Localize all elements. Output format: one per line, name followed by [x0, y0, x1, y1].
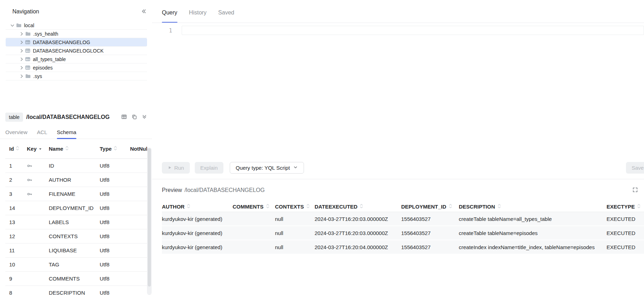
sort-icon: [65, 146, 69, 152]
tab-query[interactable]: Query: [162, 9, 177, 23]
cell-dateexecuted: 2024-03-27T16:20:03.000000Z: [315, 230, 401, 236]
column-header-name[interactable]: Name: [49, 146, 100, 152]
table-row: 13 LABELS Utf8: [5, 215, 147, 229]
collapse-panel-button[interactable]: [141, 8, 147, 15]
object-header: table /local/DATABASECHANGELOG: [0, 110, 152, 124]
column-label: EXECTYPE: [607, 204, 635, 210]
table-icon: [25, 65, 30, 70]
column-header-exectype[interactable]: EXECTYPE: [607, 204, 644, 210]
cell-type: Utf8: [100, 219, 130, 225]
tree-item-label: local: [24, 23, 34, 28]
cell-author: kurdyukov-kir (generated): [162, 216, 233, 222]
cell-type: Utf8: [100, 290, 130, 295]
cell-dateexecuted: 2024-03-27T16:20:03.000000Z: [315, 216, 401, 222]
sort-icon: [449, 204, 452, 210]
query-type-select[interactable]: Query type: YQL Script: [230, 162, 304, 174]
cell-exectype: EXECUTED: [607, 230, 644, 236]
caret-down-icon: [39, 146, 42, 152]
tab-acl[interactable]: ACL: [37, 129, 47, 139]
open-preview-button[interactable]: [121, 114, 127, 121]
tree-item-local[interactable]: local: [6, 21, 147, 30]
main-area: Query History Saved 1 Run Explain Query …: [152, 0, 644, 295]
schema-scrollbar[interactable]: [147, 148, 152, 295]
column-header-type[interactable]: Type: [100, 146, 130, 152]
tree-item-databasechangelog[interactable]: DATABASECHANGELOG: [6, 38, 147, 47]
chevron-right-icon[interactable]: [19, 74, 24, 79]
tab-overview[interactable]: Overview: [5, 129, 28, 139]
tab-history[interactable]: History: [189, 9, 207, 23]
play-icon: [168, 165, 172, 171]
cell-description: createIndex indexName=title_index, table…: [459, 244, 607, 250]
table-row: 9 COMMENTS Utf8: [5, 272, 147, 286]
cell-name: DESCRIPTION: [49, 290, 100, 295]
scrollbar-thumb[interactable]: [148, 148, 151, 287]
column-header-author[interactable]: AUTHOR: [162, 204, 233, 210]
cell-id: 1: [9, 163, 27, 169]
column-header-comments[interactable]: COMMENTS: [233, 204, 275, 210]
key-icon: [27, 177, 49, 183]
cell-description: createTable tableName=episodes: [459, 230, 607, 236]
column-label: NotNull: [130, 146, 147, 152]
table-row: 1 ID Utf8: [5, 159, 147, 173]
tree-item-label: episodes: [33, 65, 53, 71]
cell-name: ID: [49, 163, 100, 169]
cell-type: Utf8: [100, 177, 130, 183]
sort-icon: [637, 204, 641, 210]
cell-name: DEPLOYMENT_ID: [49, 205, 100, 211]
tab-saved[interactable]: Saved: [218, 9, 234, 23]
tab-schema[interactable]: Schema: [57, 129, 76, 139]
table-icon: [25, 56, 30, 62]
fullscreen-button[interactable]: [632, 187, 638, 194]
cell-id: 12: [9, 233, 27, 239]
chevron-right-icon[interactable]: [19, 65, 24, 70]
copy-path-button[interactable]: [131, 114, 137, 121]
double-chevron-left-icon: [141, 8, 147, 15]
table-icon: [25, 40, 30, 45]
cell-id: 8: [9, 290, 27, 295]
column-label: DATEEXECUTED: [315, 204, 357, 210]
table-row: 11 LIQUIBASE Utf8: [5, 243, 147, 258]
chevron-down-icon: [293, 165, 298, 171]
key-icon: [27, 191, 49, 197]
column-header-key[interactable]: Key: [27, 146, 49, 152]
chevron-right-icon[interactable]: [19, 31, 24, 36]
object-header-actions: [121, 114, 147, 121]
object-tabs: Overview ACL Schema: [0, 129, 152, 139]
copy-icon: [131, 114, 137, 121]
column-label: Name: [49, 146, 63, 152]
tree-item-episodes[interactable]: episodes: [6, 64, 147, 72]
cell-author: kurdyukov-kir (generated): [162, 230, 233, 236]
query-editor[interactable]: 1: [152, 23, 644, 159]
explain-label: Explain: [200, 165, 218, 171]
save-query-button[interactable]: Save query: [626, 162, 644, 174]
cell-exectype: EXECUTED: [607, 216, 644, 222]
cell-deployment-id: 1556403527: [401, 230, 459, 236]
column-header-dateexecuted[interactable]: DATEEXECUTED: [315, 204, 401, 210]
navigation-header: Navigation: [0, 0, 152, 21]
column-header-contexts[interactable]: CONTEXTS: [275, 204, 315, 210]
column-header-id[interactable]: Id: [9, 146, 27, 152]
run-button[interactable]: Run: [162, 162, 190, 174]
tree-item-sys[interactable]: .sys: [6, 72, 147, 80]
chevron-right-icon[interactable]: [19, 40, 24, 45]
column-header-description[interactable]: DESCRIPTION: [459, 204, 607, 210]
column-header-deployment-id[interactable]: DEPLOYMENT_ID: [401, 204, 459, 210]
expand-panel-button[interactable]: [142, 114, 147, 120]
editor-current-line[interactable]: [182, 26, 644, 35]
chevron-down-icon[interactable]: [10, 23, 15, 28]
tree-item-all-types-table[interactable]: all_types_table: [6, 55, 147, 64]
tree-item-sys-health[interactable]: .sys_health: [6, 30, 147, 38]
column-header-notnull[interactable]: NotNull: [130, 146, 147, 152]
sort-icon: [16, 146, 19, 152]
explain-button[interactable]: Explain: [195, 162, 223, 174]
section-divider: [152, 179, 644, 179]
cell-deployment-id: 1556403527: [401, 244, 459, 250]
object-path: /local/DATABASECHANGELOG: [26, 114, 110, 120]
chevron-right-icon[interactable]: [19, 48, 24, 53]
tree-item-databasechangeloglock[interactable]: DATABASECHANGELOGLOCK: [6, 47, 147, 55]
query-tabs: Query History Saved: [152, 0, 644, 23]
app-root: Navigation local .sys_health D: [0, 0, 644, 295]
chevron-right-icon[interactable]: [19, 57, 24, 62]
column-label: COMMENTS: [233, 204, 264, 210]
cell-type: Utf8: [100, 261, 130, 267]
